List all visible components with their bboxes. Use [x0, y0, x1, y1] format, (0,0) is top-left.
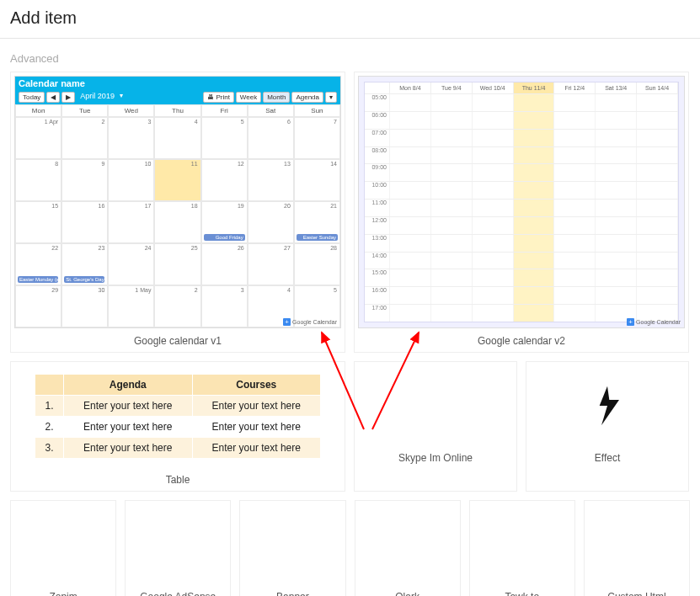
item-label: Tawk.to	[505, 584, 539, 596]
cal1-view-month: Month	[263, 92, 290, 103]
cal1-print: 🖶 Print	[203, 92, 234, 103]
item-label: Zopim	[49, 584, 77, 596]
item-google-calendar-v2[interactable]: Mon 8/4Tue 9/4Wed 10/4Thu 11/4Fri 12/4Sa…	[354, 72, 689, 353]
svg-line-0	[322, 333, 364, 429]
item-label: Google calendar v2	[478, 328, 565, 347]
row-bottom: Zopim Google AdSense Banner Olark Tawk.t…	[10, 500, 690, 596]
item-olark[interactable]: Olark	[355, 500, 461, 596]
item-label: Banner	[276, 584, 309, 596]
arrow-annotation-right	[364, 324, 431, 436]
row-calendars: Calendar name Today ◀ ▶ April 2019 ▾ 🖶 P…	[10, 72, 690, 353]
svg-line-1	[372, 333, 419, 429]
item-custom-html[interactable]: Custom Html	[584, 500, 690, 596]
cal1-today: Today	[19, 92, 45, 103]
calendar-v2-preview: Mon 8/4Tue 9/4Wed 10/4Thu 11/4Fri 12/4Sa…	[358, 76, 685, 328]
content-area: Advanced Calendar name Today ◀ ▶ April 2…	[0, 39, 700, 596]
cal1-name: Calendar name	[15, 77, 340, 90]
cal1-toolbar: Today ◀ ▶ April 2019 ▾ 🖶 Print Week Mont…	[15, 90, 340, 104]
cal1-dropdown-icon: ▾	[120, 92, 123, 103]
cal1-view-week: Week	[236, 92, 261, 103]
dialog-header: Add item	[0, 0, 700, 39]
item-label: Skype Im Online	[398, 445, 473, 464]
item-banner[interactable]: Banner	[239, 500, 345, 596]
item-table[interactable]: AgendaCourses1.Enter your text hereEnter…	[10, 361, 345, 492]
item-label: Olark	[395, 584, 419, 596]
table-preview: AgendaCourses1.Enter your text hereEnter…	[14, 365, 341, 467]
cal1-next: ▶	[61, 92, 75, 103]
lightning-icon	[530, 365, 685, 445]
item-zopim[interactable]: Zopim	[10, 500, 116, 596]
item-label: Effect	[595, 445, 620, 464]
item-tawkto[interactable]: Tawk.to	[469, 500, 575, 596]
item-google-calendar-v1[interactable]: Calendar name Today ◀ ▶ April 2019 ▾ 🖶 P…	[10, 72, 345, 353]
item-label: Google calendar v1	[134, 328, 222, 347]
dialog-title: Add item	[10, 8, 690, 28]
item-label: Table	[166, 467, 190, 486]
cal1-more-icon: ▾	[325, 92, 337, 103]
item-effect[interactable]: Effect	[526, 361, 689, 492]
cal2-footer: +Google Calendar	[627, 318, 681, 326]
calendar-v1-preview: Calendar name Today ◀ ▶ April 2019 ▾ 🖶 P…	[14, 76, 341, 328]
cal1-month: April 2019	[77, 92, 118, 103]
cal1-view-agenda: Agenda	[291, 92, 323, 103]
item-label: Custom Html	[607, 584, 665, 596]
section-label: Advanced	[10, 47, 690, 72]
cal1-prev: ◀	[46, 92, 60, 103]
item-label: Google AdSense	[140, 584, 216, 596]
item-adsense[interactable]: Google AdSense	[125, 500, 231, 596]
